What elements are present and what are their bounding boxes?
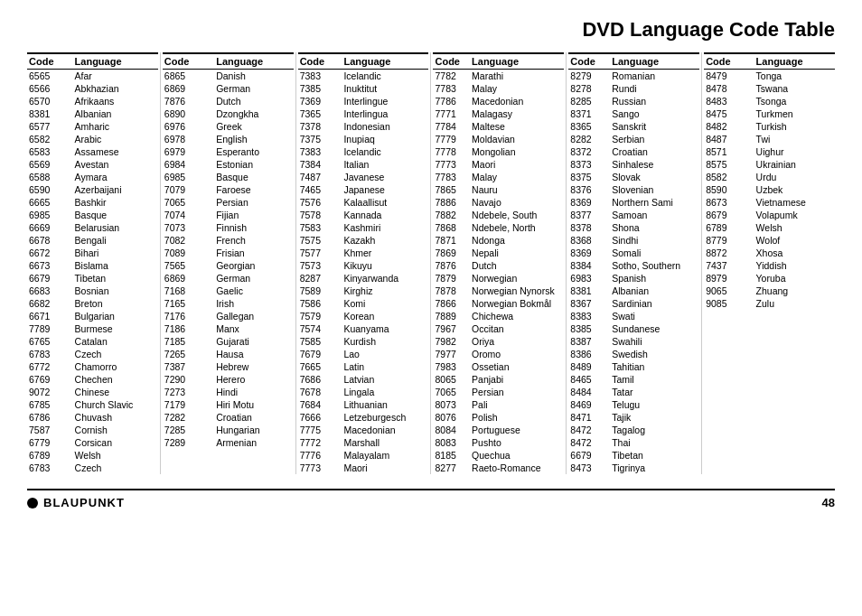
table-row: 8378Shona [568, 221, 699, 234]
language-name: Malay [470, 171, 564, 183]
language-code: 6672 [27, 247, 73, 259]
language-code: 8383 [568, 310, 610, 322]
language-name: Quechua [470, 449, 564, 462]
language-name: Macedonian [342, 424, 428, 436]
language-code: 8285 [568, 95, 610, 107]
language-code: 8084 [433, 424, 470, 436]
language-code: 7573 [298, 259, 342, 272]
language-code: 7487 [298, 171, 342, 183]
language-name: Wolof [754, 234, 835, 247]
language-code: 6769 [27, 373, 73, 386]
language-code: 7665 [298, 360, 342, 373]
language-code: 7879 [433, 272, 470, 285]
table-row: 8473Tigrinya [568, 462, 699, 474]
language-name: Danish [214, 70, 293, 83]
language-code: 7882 [433, 209, 470, 221]
table-row: 7165Irish [163, 297, 294, 310]
language-code: 7666 [298, 411, 342, 424]
table-row: 7865Nauru [433, 183, 564, 196]
table-row: 8279Romanian [568, 70, 699, 83]
language-name: French [214, 234, 293, 247]
language-code: 6783 [27, 348, 73, 360]
language-code: 8365 [568, 120, 610, 133]
language-name: Chamorro [73, 360, 158, 373]
language-name: Bihari [73, 247, 158, 259]
table-row: 8482Turkish [704, 120, 835, 133]
table-row: 7577Khmer [298, 247, 429, 259]
language-name: Chuvash [73, 411, 158, 424]
language-code: 8482 [704, 120, 754, 133]
table-row: 7886Navajo [433, 196, 564, 209]
language-code: 6570 [27, 95, 73, 107]
language-name: Dzongkha [214, 107, 293, 120]
language-code: 8489 [568, 360, 610, 373]
language-name: Malayalam [342, 449, 428, 462]
language-code: 8282 [568, 133, 610, 145]
language-name: Bislama [73, 259, 158, 272]
col-divider-0 [160, 52, 161, 474]
language-name: Nepali [470, 247, 564, 259]
language-name: Breton [73, 297, 158, 310]
language-name: Manx [214, 322, 293, 335]
language-code: 8367 [568, 297, 610, 310]
language-name: Assamese [73, 145, 158, 158]
language-table-3: CodeLanguage7782Marathi7783Malay7786Mace… [433, 52, 564, 474]
language-code: 7089 [163, 247, 214, 259]
language-code: 7783 [433, 171, 470, 183]
table-row: 7285Hungarian [163, 424, 294, 436]
col-divider-3 [566, 52, 567, 474]
table-row: 7686Latvian [298, 373, 429, 386]
language-name: Gujarati [214, 335, 293, 348]
table-row: 7876Dutch [433, 259, 564, 272]
table-row: 6669Belarusian [27, 221, 158, 234]
language-name: Kannada [342, 209, 428, 221]
language-code: 8779 [704, 234, 754, 247]
language-code: 6590 [27, 183, 73, 196]
language-name: Twi [754, 133, 835, 145]
table-row: 7889Chichewa [433, 310, 564, 322]
language-code: 7977 [433, 348, 470, 360]
table-row: 7585Kurdish [298, 335, 429, 348]
language-code: 7383 [298, 145, 342, 158]
language-name: Belarusian [73, 221, 158, 234]
language-table-4: CodeLanguage8279Romanian8278Rundi8285Rus… [568, 52, 699, 474]
language-name: Aymara [73, 171, 158, 183]
language-name: Inuktitut [342, 82, 428, 95]
table-row: 7783Malay [433, 171, 564, 183]
language-name: Slovak [610, 171, 699, 183]
table-row: 7378Indonesian [298, 120, 429, 133]
language-name: Northern Sami [610, 196, 699, 209]
table-row: 6769Chechen [27, 373, 158, 386]
table-row: 6765Catalan [27, 335, 158, 348]
language-code: 7585 [298, 335, 342, 348]
language-code: 6569 [27, 158, 73, 171]
col-header-language: Language [754, 53, 835, 70]
language-name: Gallegan [214, 310, 293, 322]
language-name: Turkmen [754, 107, 835, 120]
table-row: 7065Persian [433, 386, 564, 398]
language-name: Russian [610, 95, 699, 107]
language-table-container: CodeLanguage6565Afar6566Abkhazian6570Afr… [27, 52, 835, 474]
language-code: 8384 [568, 259, 610, 272]
language-code: 6669 [27, 221, 73, 234]
language-code: 7074 [163, 209, 214, 221]
col-header-code: Code [298, 53, 342, 70]
language-name: Dutch [214, 95, 293, 107]
language-name: Yoruba [754, 272, 835, 285]
table-row: 8278Rundi [568, 82, 699, 95]
language-code: 8278 [568, 82, 610, 95]
table-row: 7384Italian [298, 158, 429, 171]
table-row: 6577Amharic [27, 120, 158, 133]
language-code: 7383 [298, 70, 342, 83]
table-row: 7265Hausa [163, 348, 294, 360]
language-code: 8377 [568, 209, 610, 221]
language-code: 6789 [27, 449, 73, 462]
language-code: 7773 [433, 158, 470, 171]
language-code: 7575 [298, 234, 342, 247]
language-name: Swati [610, 310, 699, 322]
language-name: Tigrinya [610, 462, 699, 474]
language-name: Tagalog [610, 424, 699, 436]
language-name: Bosnian [73, 285, 158, 297]
language-code: 8575 [704, 158, 754, 171]
language-code: 8872 [704, 247, 754, 259]
